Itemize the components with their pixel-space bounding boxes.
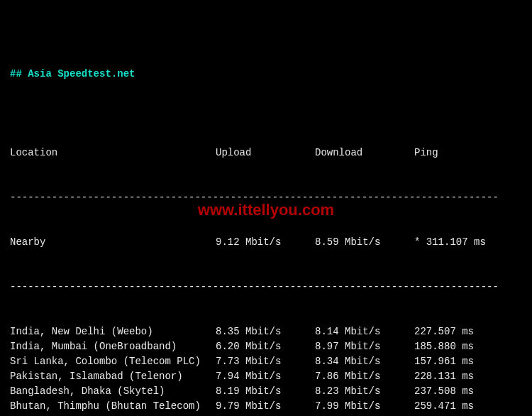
cell-download: 7.86 Mbit/s (315, 369, 414, 384)
nearby-label: Nearby (10, 235, 216, 250)
cell-upload: 7.73 Mbit/s (216, 354, 315, 369)
nearby-upload: 9.12 Mbit/s (216, 235, 315, 250)
cell-ping: 237.508 ms (414, 384, 522, 399)
cell-upload: 8.35 Mbit/s (216, 324, 315, 339)
cell-ping: 227.507 ms (414, 324, 522, 339)
blank-line (10, 101, 522, 116)
header-ping: Ping (414, 146, 522, 160)
separator-line: ----------------------------------------… (10, 280, 522, 295)
table-row: India, New Delhi (Weebo)8.35 Mbit/s8.14 … (10, 324, 522, 339)
table-row: India, Mumbai (OneBroadband)6.20 Mbit/s8… (10, 339, 522, 354)
cell-download: 7.99 Mbit/s (315, 399, 414, 414)
cell-download: 8.34 Mbit/s (315, 354, 414, 369)
table-row: Bhutan, Thimphu (Bhutan Telecom)9.79 Mbi… (10, 399, 522, 414)
cell-upload: 6.20 Mbit/s (216, 339, 315, 354)
cell-ping: 185.880 ms (414, 339, 522, 354)
header-location: Location (10, 146, 216, 160)
header-download: Download (315, 146, 414, 160)
cell-upload: 7.94 Mbit/s (216, 369, 315, 384)
cell-ping: 228.131 ms (414, 369, 522, 384)
cell-ping: 157.961 ms (414, 354, 522, 369)
cell-location: India, Mumbai (OneBroadband) (10, 339, 216, 354)
nearby-download: 8.59 Mbit/s (315, 235, 414, 250)
cell-ping: 259.471 ms (414, 399, 522, 414)
cell-location: Pakistan, Islamabad (Telenor) (10, 369, 216, 384)
cell-location: India, New Delhi (Weebo) (10, 324, 216, 339)
table-header: Location Upload Download Ping (10, 146, 522, 160)
cell-upload: 9.79 Mbit/s (216, 399, 315, 414)
cell-download: 8.23 Mbit/s (315, 384, 414, 399)
cell-location: Bangladesh, Dhaka (Skytel) (10, 384, 216, 399)
table-row: Bangladesh, Dhaka (Skytel)8.19 Mbit/s8.2… (10, 384, 522, 399)
results-body: India, New Delhi (Weebo)8.35 Mbit/s8.14 … (10, 324, 522, 416)
header-upload: Upload (216, 146, 315, 160)
cell-location: Sri Lanka, Colombo (Telecom PLC) (10, 354, 216, 369)
cell-location: Bhutan, Thimphu (Bhutan Telecom) (10, 399, 216, 414)
section-title: ## Asia Speedtest.net (10, 67, 522, 82)
nearby-row: Nearby 9.12 Mbit/s 8.59 Mbit/s * 311.107… (10, 235, 522, 250)
cell-download: 8.14 Mbit/s (315, 324, 414, 339)
table-row: Pakistan, Islamabad (Telenor)7.94 Mbit/s… (10, 369, 522, 384)
separator-line: ----------------------------------------… (10, 190, 522, 205)
table-row: Sri Lanka, Colombo (Telecom PLC)7.73 Mbi… (10, 354, 522, 369)
cell-upload: 8.19 Mbit/s (216, 384, 315, 399)
cell-download: 8.97 Mbit/s (315, 339, 414, 354)
nearby-ping: * 311.107 ms (414, 235, 522, 250)
